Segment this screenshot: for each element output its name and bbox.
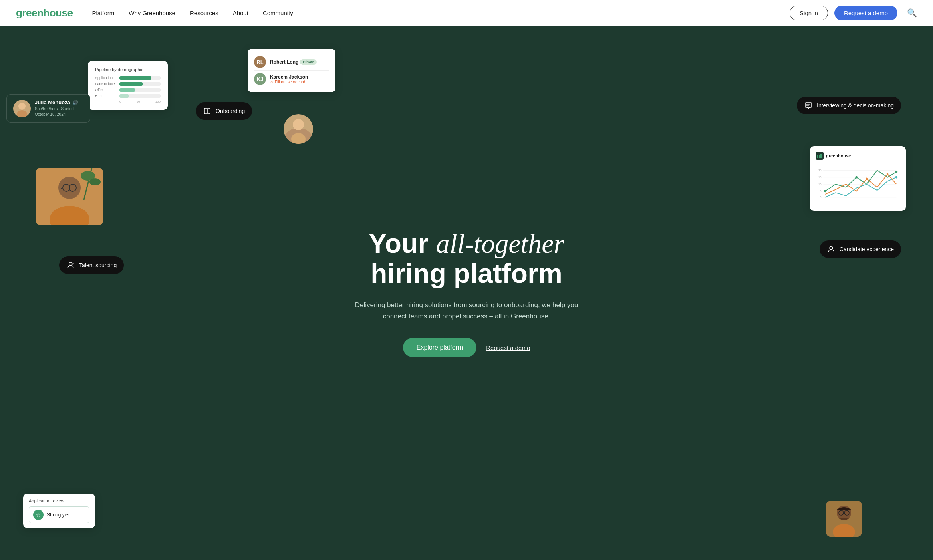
nav-about[interactable]: About (233, 10, 248, 16)
candidate-exp-label: Candidate experience (840, 246, 894, 252)
hero-content: Your all-together hiring platform Delive… (355, 228, 578, 357)
request-demo-link[interactable]: Request a demo (486, 344, 530, 351)
svg-line-38 (73, 263, 74, 264)
application-review-card: Application review ☆ Strong yes (23, 494, 95, 528)
julia-details: She/her/hers Started October 16, 2024 (35, 106, 78, 117)
svg-point-33 (895, 171, 897, 173)
nav-community[interactable]: Community (263, 10, 293, 16)
talent-label: Talent sourcing (79, 262, 117, 268)
svg-point-7 (293, 119, 304, 130)
woman-avatar (284, 114, 313, 144)
kareem-avatar: KJ (254, 73, 266, 85)
svg-point-17 (89, 178, 101, 185)
navbar: greenhouse Platform Why Greenhouse Resou… (0, 0, 933, 26)
kareem-name: Kareem Jackson (270, 74, 308, 80)
hero-subtitle: Delivering better hiring solutions from … (355, 300, 578, 322)
pipeline-title: Pipeline by demographic (95, 67, 161, 72)
explore-platform-button[interactable]: Explore platform (403, 338, 477, 357)
bar-hired: Hired (95, 94, 161, 98)
strong-yes-icon: ☆ (33, 510, 44, 520)
svg-point-31 (824, 190, 826, 192)
svg-point-39 (830, 246, 833, 250)
robert-name: Robert Long (270, 59, 298, 65)
hero-actions: Explore platform Request a demo (355, 338, 578, 357)
kareem-action: ⚠ Fill out scorecard (270, 80, 308, 84)
svg-point-35 (866, 178, 868, 180)
man-photo (36, 168, 103, 225)
chart-title: greenhouse (826, 153, 851, 158)
candidate-robert: RL Robert Long Private (254, 54, 329, 70)
nav-resources[interactable]: Resources (190, 10, 218, 16)
svg-point-36 (895, 176, 897, 179)
onboarding-label: Onboarding (216, 108, 245, 114)
candidate-exp-icon (827, 245, 836, 254)
robert-avatar: RL (254, 56, 266, 68)
svg-rect-19 (819, 155, 820, 158)
signin-button[interactable]: Sign in (790, 6, 828, 20)
private-badge: Private (300, 59, 317, 65)
chart-logo (816, 152, 824, 160)
svg-text:15: 15 (818, 176, 822, 179)
app-review-title: Application review (29, 498, 89, 503)
search-icon[interactable]: 🔍 (907, 8, 917, 18)
svg-point-1 (17, 110, 27, 117)
svg-rect-2 (805, 103, 812, 107)
svg-point-0 (18, 103, 26, 110)
candidate-experience-badge: Candidate experience (820, 240, 901, 258)
onboarding-badge: Onboarding (196, 102, 252, 120)
interviewing-badge: Interviewing & decision-making (797, 97, 901, 114)
julia-name: Julia Mendoza 🔊 (35, 99, 78, 105)
line-chart: 20 15 10 5 0 (816, 164, 900, 204)
talent-icon (66, 261, 75, 270)
svg-rect-18 (817, 155, 818, 158)
svg-text:20: 20 (818, 169, 822, 172)
bar-application: Application (95, 76, 161, 80)
logo[interactable]: greenhouse (16, 7, 73, 19)
interviewing-icon (804, 101, 813, 110)
julia-avatar (13, 100, 31, 117)
svg-point-32 (855, 176, 858, 179)
bar-face: Face to face (95, 82, 161, 86)
request-demo-button[interactable]: Request a demo (834, 6, 897, 20)
candidate-list-card: RL Robert Long Private KJ Kareem Jackson… (248, 49, 335, 92)
svg-text:10: 10 (818, 183, 822, 186)
nav-actions: Sign in Request a demo 🔍 (790, 6, 917, 20)
hero-section: Pipeline by demographic Application Face… (0, 26, 933, 560)
svg-text:5: 5 (820, 190, 822, 193)
svg-rect-20 (820, 154, 822, 158)
nav-platform[interactable]: Platform (92, 10, 114, 16)
candidate-kareem: KJ Kareem Jackson ⚠ Fill out scorecard (254, 70, 329, 87)
chart-card: greenhouse 20 15 10 5 0 (810, 146, 906, 211)
nav-links: Platform Why Greenhouse Resources About … (92, 10, 790, 16)
person-photo-bottom-right (826, 501, 862, 537)
hero-title: Your all-together hiring platform (355, 228, 578, 289)
interviewing-label: Interviewing & decision-making (817, 102, 894, 109)
nav-why[interactable]: Why Greenhouse (129, 10, 175, 16)
svg-point-34 (886, 173, 889, 175)
pipeline-card: Pipeline by demographic Application Face… (88, 61, 168, 110)
svg-text:0: 0 (820, 196, 822, 199)
bar-offer: Offer (95, 88, 161, 92)
onboarding-icon (203, 107, 212, 115)
svg-point-37 (69, 262, 72, 266)
julia-card: Julia Mendoza 🔊 She/her/hers Started Oct… (6, 94, 90, 123)
talent-sourcing-badge: Talent sourcing (59, 256, 124, 274)
strong-yes-label: Strong yes (47, 512, 69, 518)
